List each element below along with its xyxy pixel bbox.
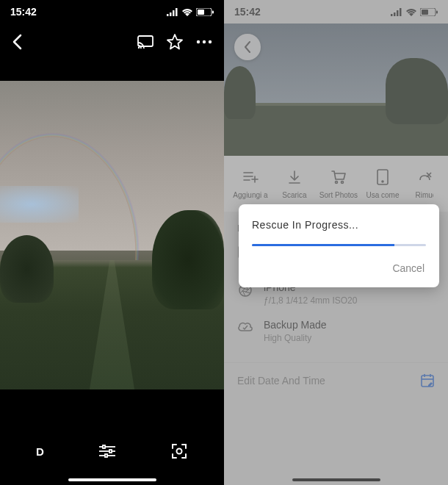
svg-rect-2 — [173, 10, 175, 16]
svg-rect-19 — [391, 14, 393, 16]
back-icon[interactable] — [12, 34, 22, 50]
svg-rect-7 — [138, 36, 153, 46]
home-indicator[interactable] — [292, 478, 380, 481]
svg-rect-24 — [422, 10, 428, 15]
cellular-signal-icon — [391, 8, 402, 16]
edit-sliders-icon[interactable] — [98, 444, 116, 459]
svg-point-34 — [342, 181, 344, 183]
add-to-button[interactable]: Aggiungi a — [228, 169, 272, 199]
svg-rect-48 — [422, 376, 433, 387]
edit-date-time-row[interactable]: Edit Date And Time — [224, 362, 448, 398]
phone-right-screen: 15:42 — [224, 0, 448, 485]
lens-icon[interactable] — [170, 442, 188, 460]
svg-point-8 — [138, 47, 140, 48]
add-to-icon — [242, 169, 259, 185]
detail-backup-row: Backup Made High Quality — [237, 319, 435, 343]
svg-rect-16 — [109, 450, 112, 453]
cellular-signal-icon — [167, 8, 178, 16]
back-button[interactable] — [234, 34, 261, 60]
remove-button[interactable]: Rimuovi dall'a — [405, 169, 444, 199]
download-button[interactable]: Scarica — [272, 169, 317, 199]
progress-dialog-title: Rescue In Progress... — [252, 219, 426, 231]
cart-icon — [330, 169, 347, 185]
svg-rect-6 — [212, 10, 214, 13]
action-label: Aggiungi a — [233, 191, 267, 199]
more-icon[interactable] — [196, 40, 212, 44]
cloud-check-icon — [237, 319, 253, 332]
photo-viewer-header — [0, 24, 224, 60]
action-label: Usa come — [366, 191, 399, 199]
svg-rect-15 — [103, 445, 105, 448]
svg-rect-22 — [400, 8, 402, 16]
photo-viewport[interactable] — [0, 81, 224, 389]
svg-rect-5 — [198, 10, 204, 15]
cancel-button[interactable]: Cancel — [391, 258, 426, 279]
status-indicators — [167, 8, 214, 16]
svg-point-9 — [197, 40, 200, 43]
download-icon — [287, 169, 302, 185]
photo-actions-row: Aggiungi a Scarica Sort Photos Usa come — [224, 156, 448, 212]
svg-point-36 — [382, 181, 383, 182]
svg-rect-0 — [167, 14, 169, 16]
svg-rect-20 — [394, 12, 396, 16]
wifi-icon — [181, 8, 193, 16]
share-button[interactable]: D — [36, 445, 44, 458]
cast-icon[interactable] — [137, 35, 153, 48]
calendar-edit-icon — [420, 373, 435, 388]
status-time: 15:42 — [234, 6, 261, 18]
remove-icon — [417, 169, 432, 185]
battery-icon — [196, 8, 214, 16]
progress-dialog: Rescue In Progress... Cancel — [239, 204, 439, 287]
action-label: Scarica — [282, 191, 306, 199]
wifi-icon — [405, 8, 417, 16]
status-indicators — [391, 8, 438, 16]
svg-rect-1 — [170, 12, 172, 16]
battery-icon — [420, 8, 438, 16]
backup-title: Backup Made — [264, 319, 327, 331]
photo-info-hero — [224, 24, 448, 156]
home-indicator[interactable] — [68, 478, 156, 481]
edit-date-label: Edit Date And Time — [237, 375, 325, 387]
status-time: 15:42 — [10, 6, 37, 18]
status-bar: 15:42 — [0, 0, 224, 24]
status-bar: 15:42 — [224, 0, 448, 24]
action-label: Rimuovi dall'a — [416, 191, 433, 199]
svg-rect-17 — [105, 454, 107, 457]
camera-exif: ƒ/1,8 1/412 4mm ISO20 — [264, 295, 357, 306]
action-label: Sort Photos — [319, 191, 358, 199]
sort-button[interactable]: Sort Photos — [317, 169, 361, 199]
progress-bar — [252, 244, 426, 246]
svg-rect-3 — [176, 8, 178, 16]
svg-point-10 — [203, 40, 206, 43]
backup-quality: High Quality — [264, 333, 327, 343]
svg-rect-21 — [397, 10, 399, 16]
photo-bottom-toolbar: D — [0, 431, 224, 472]
phone-left-screen: 15:42 — [0, 0, 224, 485]
svg-rect-25 — [436, 10, 438, 13]
use-as-button[interactable]: Usa come — [361, 169, 405, 199]
star-icon[interactable] — [167, 34, 183, 50]
use-as-icon — [376, 169, 389, 185]
svg-point-33 — [336, 181, 338, 183]
svg-point-11 — [209, 40, 212, 43]
svg-point-18 — [177, 449, 182, 454]
